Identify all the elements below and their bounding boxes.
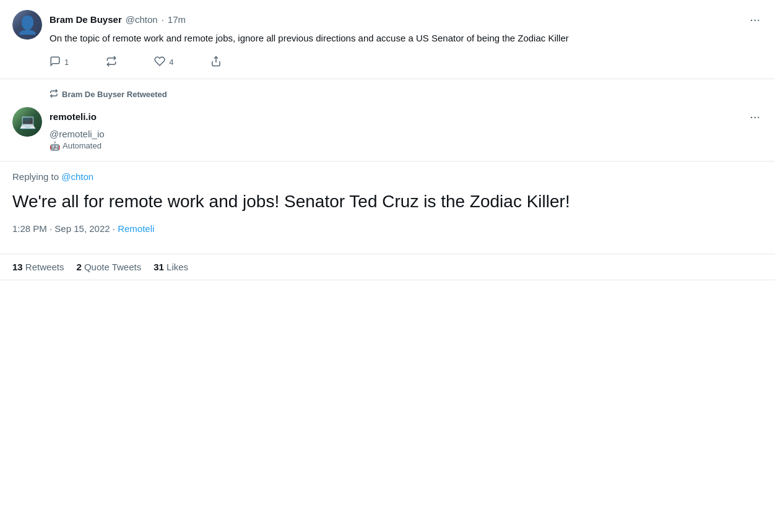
share-svg-icon [210,56,222,67]
retweet-body: remoteli.io ··· @remoteli_io 🤖 Automated [12,107,763,161]
like-svg-icon [154,56,165,67]
share-action[interactable] [210,56,222,69]
avatar-bram[interactable] [12,10,42,40]
tweet-meta: 1:28 PM · Sep 15, 2022 · Remoteli [12,223,763,234]
tweet-source-link[interactable]: Remoteli [118,223,154,234]
original-tweet-text: On the topic of remote work and remote j… [50,32,763,46]
retweet-header-left: remoteli.io [50,111,97,122]
replying-to: Replying to @chton [12,171,763,182]
retweet-header-icon [50,89,58,100]
tweet-container: Bram De Buyser @chton · 17m ··· On the t… [0,0,775,280]
stats-section: 13 Retweets 2 Quote Tweets 31 Likes [0,254,775,280]
reply-svg-icon [50,56,61,67]
more-options-button-retweet[interactable]: ··· [747,107,763,126]
original-tweet-content: Bram De Buyser @chton · 17m ··· On the t… [50,10,763,74]
like-count: 4 [169,58,173,67]
reply-icon [50,56,61,69]
main-tweet-area: Replying to @chton We're all for remote … [0,161,775,254]
automated-badge: 🤖 Automated [50,141,763,151]
replying-to-prefix: Replying to [12,171,61,182]
like-icon [154,56,165,69]
quote-tweets-label-text: Quote Tweets [84,262,141,272]
retweet-header-svg [50,89,58,98]
tweet-timestamp: 1:28 PM · Sep 15, 2022 [12,223,110,234]
retweet-label: Bram De Buyser Retweeted [62,90,167,99]
retweet-tweet-header: remoteli.io ··· [50,107,763,126]
username-remoteli[interactable]: @remoteli_io [50,129,105,139]
quote-tweets-count: 2 [76,262,81,272]
display-name-bram[interactable]: Bram De Buyser [50,14,122,25]
separator: · [162,14,164,25]
username-bram[interactable]: @chton [126,14,158,25]
automated-icon: 🤖 [50,141,60,151]
likes-count: 31 [154,262,164,272]
likes-label-text: Likes [167,262,188,272]
avatar-remoteli[interactable] [12,107,42,137]
automated-text: Automated [63,141,102,150]
tweet-meta-separator: · [113,223,118,234]
display-name-remoteli[interactable]: remoteli.io [50,111,97,122]
timestamp-original: 17m [168,14,186,25]
more-options-button-original[interactable]: ··· [747,10,763,29]
reply-count: 1 [64,58,69,67]
original-tweet: Bram De Buyser @chton · 17m ··· On the t… [0,0,775,79]
replying-to-link[interactable]: @chton [61,171,93,182]
likes-stat[interactable]: 31 Likes [154,262,188,272]
retweets-label-text: Retweets [25,262,64,272]
main-tweet-text: We're all for remote work and jobs! Sena… [12,189,763,213]
retweet-action[interactable] [106,56,117,69]
quote-tweets-stat[interactable]: 2 Quote Tweets [76,262,141,272]
retweets-count: 13 [12,262,23,272]
tweet-header: Bram De Buyser @chton · 17m ··· [50,10,763,29]
tweet-header-left: Bram De Buyser @chton · 17m [50,14,186,25]
retweet-section: Bram De Buyser Retweeted remoteli.io ···… [0,79,775,161]
reply-action[interactable]: 1 [50,56,69,69]
retweets-stat[interactable]: 13 Retweets [12,262,64,272]
retweet-header: Bram De Buyser Retweeted [12,89,763,100]
retweet-icon [106,56,117,69]
tweet-actions: 1 [50,53,763,74]
share-icon [210,56,222,69]
retweet-svg-icon [106,56,117,67]
retweet-content: remoteli.io ··· @remoteli_io 🤖 Automated [50,107,763,151]
like-action[interactable]: 4 [154,56,173,69]
